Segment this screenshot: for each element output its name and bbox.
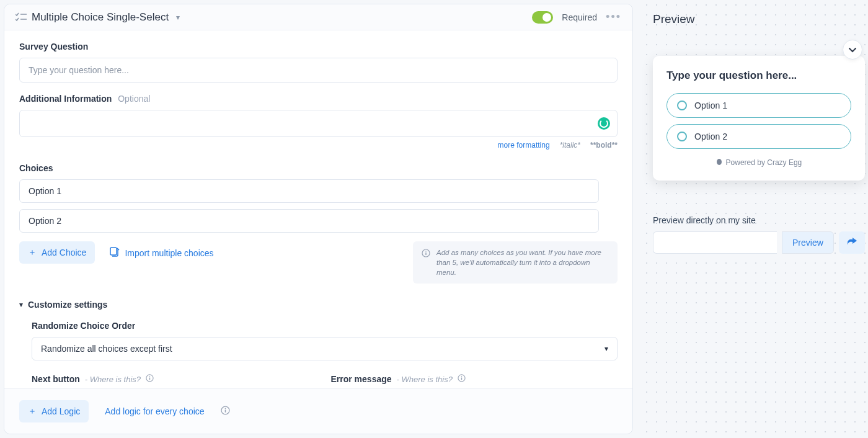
chevron-down-icon: ▾ (604, 344, 608, 353)
radio-icon (677, 101, 687, 110)
randomize-label: Randomize Choice Order (32, 321, 618, 331)
survey-question-label: Survey Question (19, 42, 618, 51)
where-is-this-hint: - Where is this? (397, 375, 453, 384)
question-type-title: Multiple Choice Single-Select (32, 11, 169, 24)
preview-option[interactable]: Option 2 (666, 124, 851, 149)
chevron-down-icon (848, 45, 857, 54)
svg-rect-2 (110, 248, 117, 255)
caret-down-icon: ▾ (19, 300, 23, 309)
plus-icon: ＋ (28, 406, 37, 417)
required-toggle[interactable] (532, 11, 553, 24)
preview-option-label: Option 2 (694, 132, 727, 141)
add-choice-button[interactable]: ＋ Add Choice (19, 241, 95, 264)
chevron-down-icon: ▾ (176, 13, 180, 22)
grammarly-icon (598, 117, 610, 130)
radio-icon (677, 132, 687, 141)
italic-hint: *italic* (560, 141, 580, 150)
info-icon (422, 249, 430, 259)
collapse-preview-button[interactable] (843, 40, 862, 60)
preview-title: Preview (653, 12, 865, 26)
required-label: Required (562, 12, 597, 22)
customize-settings-toggle[interactable]: ▾ Customize settings (19, 300, 618, 310)
share-icon (846, 238, 857, 248)
powered-by: Powered by Crazy Egg (666, 158, 851, 167)
randomize-value: Randomize all choices except first (41, 344, 172, 354)
choices-hint-box: Add as many choices as you want. If you … (413, 241, 618, 284)
import-choices-button[interactable]: Import multiple choices (107, 241, 216, 264)
additional-info-label: Additional Information Optional (19, 94, 618, 104)
where-is-this-hint: - Where is this? (85, 375, 141, 384)
preview-panel: Preview Type your question here... Optio… (642, 0, 868, 438)
editor-panel: Multiple Choice Single-Select ▾ Required… (4, 4, 633, 434)
multiple-choice-icon (16, 12, 27, 22)
svg-point-8 (149, 376, 150, 377)
choice-input[interactable] (19, 179, 599, 203)
site-preview-label: Preview directly on my site (653, 215, 865, 225)
info-icon[interactable] (458, 374, 466, 384)
error-message-label: Error message (331, 374, 392, 384)
question-type-selector[interactable]: Multiple Choice Single-Select ▾ (16, 11, 180, 24)
import-icon (110, 247, 120, 259)
share-button[interactable] (839, 231, 865, 254)
survey-question-input[interactable] (19, 58, 618, 83)
next-button-label: Next button (32, 374, 80, 384)
preview-option[interactable]: Option 1 (666, 93, 851, 118)
svg-point-14 (224, 408, 226, 409)
plus-icon: ＋ (28, 247, 37, 258)
preview-card: Type your question here... Option 1 Opti… (653, 56, 865, 181)
egg-icon (716, 158, 722, 167)
add-logic-button[interactable]: ＋ Add Logic (19, 400, 89, 422)
svg-point-15 (717, 159, 722, 165)
more-options-button[interactable]: ••• (606, 11, 621, 24)
choices-hint-text: Add as many choices as you want. If you … (436, 248, 609, 277)
preview-question-text: Type your question here... (666, 69, 851, 82)
editor-footer: ＋ Add Logic Add logic for every choice (4, 388, 632, 434)
optional-hint: Optional (118, 94, 150, 104)
randomize-dropdown[interactable]: Randomize all choices except first ▾ (32, 337, 618, 360)
preview-option-label: Option 1 (694, 101, 727, 110)
choice-input[interactable] (19, 209, 599, 233)
site-url-input[interactable] (653, 231, 777, 254)
formatting-hints: more formatting *italic* **bold** (19, 141, 618, 150)
choices-label: Choices (19, 163, 618, 173)
svg-point-11 (461, 376, 462, 377)
additional-info-input[interactable] (19, 110, 618, 137)
more-formatting-link[interactable]: more formatting (498, 141, 550, 150)
editor-header: Multiple Choice Single-Select ▾ Required… (4, 4, 632, 30)
bold-hint: **bold** (590, 141, 618, 150)
svg-point-5 (425, 251, 427, 252)
editor-body: Survey Question Additional Information O… (4, 30, 632, 388)
preview-on-site-button[interactable]: Preview (782, 231, 834, 254)
info-icon[interactable] (146, 374, 154, 384)
add-logic-every-choice-button[interactable]: Add logic for every choice (102, 401, 206, 422)
info-icon[interactable] (221, 406, 230, 417)
